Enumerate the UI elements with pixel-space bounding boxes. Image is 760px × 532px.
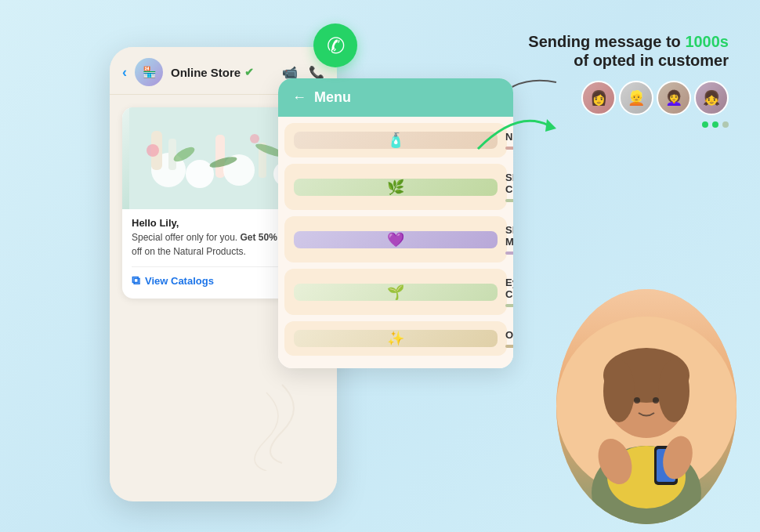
skinmedica-name: Skin Medica [505, 224, 513, 248]
whatsapp-icon: ✆ [327, 33, 345, 59]
skinceuticals-name: Skin Ceuticals [505, 172, 513, 195]
olay-info: Olay [505, 329, 513, 348]
avatar: 👧 [694, 81, 729, 115]
eyecream-image: 🌱 [294, 284, 498, 301]
customer-avatars-row: 👩 👱 👩‍🦱 👧 [509, 81, 729, 115]
list-item: 🌿 Skin Ceuticals − 1 + [284, 164, 507, 210]
store-avatar: 🏪 [135, 58, 163, 86]
svg-point-22 [634, 397, 640, 404]
avatar: 👩 [581, 81, 616, 115]
olay-name: Olay [505, 329, 513, 341]
neutrogena-image: 🧴 [294, 132, 498, 149]
sending-title-part1: Sending message to [528, 33, 681, 50]
eyecream-name: Eye Cream [505, 277, 513, 300]
dot-3[interactable] [722, 121, 729, 128]
menu-title: Menu [314, 89, 351, 106]
external-link-icon: ⧉ [132, 273, 140, 288]
skinmedica-image: 💜 [294, 231, 498, 248]
svg-point-10 [250, 134, 259, 143]
dot-2[interactable] [712, 121, 718, 128]
video-icon[interactable]: 📹 [282, 65, 298, 80]
skinmedica-bar [505, 252, 513, 255]
eyecream-info: Eye Cream [505, 277, 513, 307]
sending-title-highlight: 1000s [685, 33, 729, 50]
avatar: 👱 [619, 81, 653, 115]
phone-action-icons: 📹 📞 [282, 65, 324, 80]
sending-subtitle: of opted in customer [509, 52, 729, 70]
svg-point-21 [658, 360, 689, 422]
menu-back-icon[interactable]: ← [292, 89, 306, 106]
person-illustration [556, 289, 736, 524]
skinceuticals-bar [505, 199, 513, 202]
sending-title: Sending message to 1000s [509, 31, 729, 52]
svg-point-20 [603, 360, 635, 422]
skinceuticals-image: 🌿 [294, 179, 498, 196]
svg-rect-3 [168, 139, 176, 170]
whatsapp-bubble: ✆ [313, 24, 357, 67]
list-item: ✨ Olay + [284, 321, 507, 356]
back-arrow-icon[interactable]: ‹ [122, 64, 127, 81]
olay-bar [505, 345, 513, 348]
svg-point-23 [653, 397, 659, 404]
list-item: 🌱 Eye Cream + [284, 269, 507, 315]
store-name-text: Online Store [171, 66, 241, 79]
bg-pattern [235, 377, 329, 471]
person-photo [556, 289, 736, 524]
sending-message-section: Sending message to 1000s of opted in cus… [509, 31, 729, 128]
avatar: 👩‍🦱 [657, 81, 691, 115]
dot-1[interactable] [702, 121, 708, 128]
verified-badge: ✔ [244, 66, 254, 78]
carousel-dots [509, 121, 729, 128]
svg-point-4 [186, 160, 214, 188]
list-item: 💜 Skin Medica + [284, 216, 507, 262]
phone-icon[interactable]: 📞 [309, 65, 324, 80]
eyecream-bar [505, 304, 513, 307]
skinceuticals-info: Skin Ceuticals [505, 172, 513, 202]
olay-image: ✨ [294, 330, 498, 347]
svg-point-9 [147, 144, 159, 157]
store-name: Online Store ✔ [171, 66, 254, 79]
skinmedica-info: Skin Medica [505, 224, 513, 255]
view-catalogs-label: View Catalogs [145, 275, 214, 287]
person-figure [556, 289, 736, 524]
